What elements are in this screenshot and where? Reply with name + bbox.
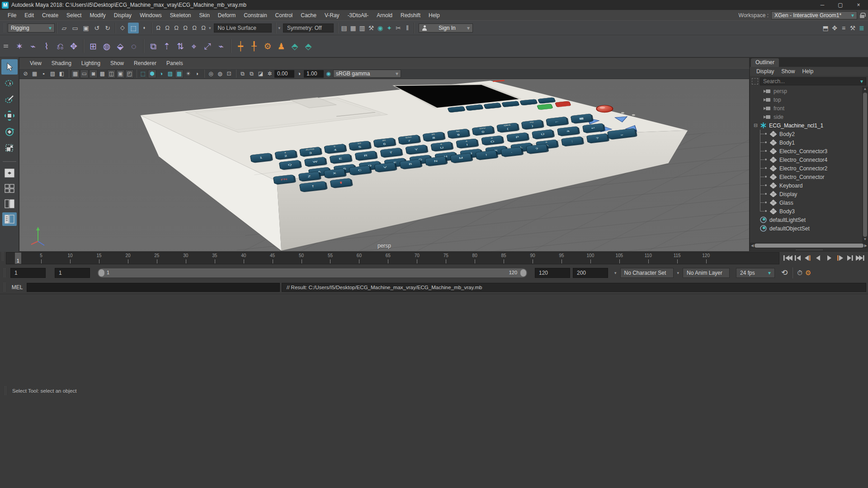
play-forwards-button[interactable] [824,253,834,263]
menu-redshift[interactable]: Redshift [396,10,425,20]
scale-tool-button[interactable] [1,141,18,156]
snap-grid-icon[interactable]: Ω [154,23,163,33]
file-save-button[interactable]: ▣ [80,23,91,33]
light-editor-icon[interactable]: ✦ [385,23,394,33]
mel-input[interactable] [27,283,280,292]
outliner-item-electro_connector4[interactable]: Electro_Connector4 [750,155,868,164]
wireframe-icon[interactable]: ⬚ [139,70,147,78]
ecg-machine-model[interactable]: 1▴2AUTO3541052065/1072585091mV0QRS(Hz)←▦… [19,79,749,251]
twosided-icon[interactable]: ◧ [57,70,66,78]
tool-settings-icon[interactable]: ⚒ [848,23,857,33]
plugin-shapes-icon[interactable]: ⊡ [225,70,233,78]
menu-help[interactable]: Help [425,10,444,20]
maximize-button[interactable]: ▢ [833,1,848,9]
outliner-item-defaultlightset[interactable]: defaultLightSet [750,216,868,224]
outliner-item-electro_connector[interactable]: Electro_Connector [750,173,868,181]
step-back-key-button[interactable] [803,253,813,263]
res-gate-icon[interactable]: ◙ [89,70,98,78]
pause-icon[interactable]: ‖ [403,23,412,33]
menu-file[interactable]: File [4,10,20,20]
play-backwards-button[interactable] [814,253,824,263]
outliner-item-top[interactable]: top [750,95,868,104]
anim-layer-select[interactable]: No Anim Layer [683,268,730,278]
outliner-item-defaultobjectset[interactable]: defaultObjectSet [750,224,868,233]
point-constraint-icon[interactable]: ⇡ [160,38,174,54]
menu-select[interactable]: Select [62,10,85,20]
auto-keyframe-icon[interactable]: ⏱ [797,269,802,277]
select-tool-button[interactable] [1,59,18,75]
field-chart-icon[interactable]: ◫ [107,70,116,78]
contrast-icon[interactable]: ◑ [295,70,303,78]
render-settings-icon[interactable]: ⚒ [367,23,376,33]
menu-windows[interactable]: Windows [136,10,166,20]
statusline-grip[interactable] [3,23,6,33]
outliner-item-electro_connector3[interactable]: Electro_Connector3 [750,147,868,155]
joint-tool-icon[interactable]: ✶ [13,38,26,54]
bind-skin-icon[interactable]: ♟ [274,38,288,54]
fps-select[interactable]: 24 fps▾ [736,268,775,278]
outliner-search-input[interactable]: Search... ▾ [760,77,866,85]
step-forward-key-button[interactable] [835,253,844,263]
outliner-item-electro_connector2[interactable]: Electro_Connector2 [750,164,868,173]
use-lights-icon[interactable]: ☀ [184,70,193,78]
timeslider-grip[interactable] [1,252,5,262]
workspace-lock-icon[interactable] [860,13,864,18]
cluster-icon[interactable]: ◌ [127,38,141,54]
render-current-frame-icon[interactable]: ▦ [349,23,358,33]
mel-label[interactable]: MEL [9,284,25,291]
menu-skin[interactable]: Skin [195,10,214,20]
outliner-menu-help[interactable]: Help [798,68,817,75]
anim-end-field[interactable]: 200 [573,268,608,278]
panel-menu-show[interactable]: Show [105,60,129,66]
panel-menu-lighting[interactable]: Lighting [76,60,105,66]
outliner-item-body3[interactable]: Body3 [750,207,868,216]
step-forward-frame-button[interactable] [845,253,855,263]
safe-title-icon[interactable]: ◰ [125,70,134,78]
animation-preferences-icon[interactable]: ⚙ [805,269,811,277]
attribute-editor-icon[interactable]: ≡ [839,23,848,33]
move-tool-button[interactable] [1,108,18,123]
mirror-joint-icon[interactable]: ⊞ [86,38,100,54]
menu-constrain[interactable]: Constrain [240,10,271,20]
go-to-end-button[interactable] [855,253,865,263]
menu-control[interactable]: Control [271,10,297,20]
view-transform-select[interactable]: sRGB gamma▾ [333,70,401,78]
grid-toggle-icon[interactable]: ▦ [71,70,80,78]
playback-end-field[interactable]: 120 [535,268,570,278]
remove-influence-icon[interactable]: ╀ [247,38,261,54]
render-view-icon[interactable]: ▤ [340,23,349,33]
shadows-icon[interactable]: ◗ [193,70,202,78]
channel-box-toggle-icon[interactable]: ≣ [857,23,866,33]
exposure-field[interactable]: 0.00 [274,70,294,78]
outliner-item-glass[interactable]: Glass [750,198,868,207]
paint-skin-weights-icon[interactable]: ⚙ [261,38,274,54]
symmetry-field[interactable]: Symmetry: Off [283,23,334,33]
select-hierarchy-icon[interactable]: ⬦ [117,23,128,33]
parent-constraint-icon[interactable]: ⧉ [146,38,160,54]
ik-spline-icon[interactable]: ⌇ [40,38,53,54]
menu-skeleton[interactable]: Skeleton [166,10,195,20]
go-to-start-button[interactable] [783,253,793,263]
camera-attrs-icon[interactable]: ▦ [30,70,39,78]
menu-deform[interactable]: Deform [214,10,240,20]
outliner-hscrollbar[interactable]: ◀ ▶ [750,243,868,249]
menu-edit[interactable]: Edit [20,10,38,20]
outliner-filter-icon[interactable] [752,78,758,84]
insert-joint-icon[interactable]: ⎌ [53,38,67,54]
menuset-select[interactable]: Rigging▾ [8,23,55,33]
layout-two-pane-button[interactable] [2,197,17,211]
gamma-field[interactable]: 1.00 [304,70,324,78]
outliner-item-side[interactable]: side [750,113,868,121]
select-object-icon[interactable]: ⬚ [128,23,139,33]
xray-icon[interactable]: ◍ [216,70,224,78]
orient-constraint-icon[interactable]: ⇅ [174,38,187,54]
smooth-shade-icon[interactable]: ⬢ [148,70,156,78]
humanik-character-icon[interactable]: ⬘ [288,38,302,54]
outliner-item-front[interactable]: front [750,104,868,113]
layout-outliner-persp-button[interactable] [2,212,17,226]
character-set-select[interactable]: No Character Set [620,268,674,278]
sign-in-button[interactable]: Sign In▾ [419,23,473,33]
ipr-render-icon[interactable]: ▥ [358,23,367,33]
isolate-select-icon[interactable]: ◎ [207,70,215,78]
scale-constraint-icon[interactable]: ⤢ [201,38,214,54]
